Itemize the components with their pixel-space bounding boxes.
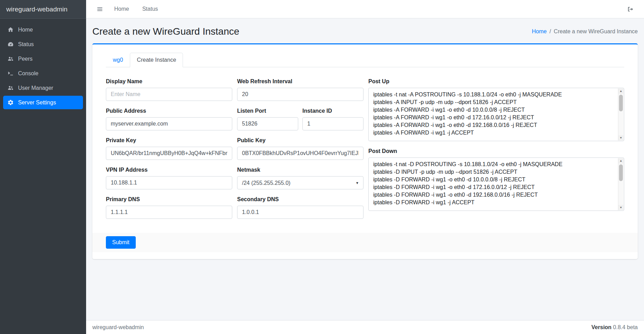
sidebar-item-user-manager[interactable]: User Manager (3, 81, 83, 95)
post-down-field: Post Down iptables -t nat -D POSTROUTING… (368, 148, 624, 211)
post-up-scrollbar[interactable]: ▲ ▼ (618, 88, 624, 140)
netmask-select[interactable]: /24 (255.255.255.0) (237, 176, 363, 189)
secondary-dns-field: Secondary DNS (237, 196, 363, 219)
tab-create-instance[interactable]: Create Instance (130, 53, 183, 67)
scrollbar-thumb[interactable] (619, 95, 623, 111)
scroll-down-arrow-icon[interactable]: ▼ (618, 135, 624, 140)
users-icon (7, 55, 14, 62)
secondary-dns-input[interactable] (237, 206, 363, 219)
form-column-left: Display Name Public Address Private Key (106, 78, 232, 226)
content-header: Create a new WireGuard Instance Home / C… (86, 18, 644, 43)
private-key-input[interactable] (106, 147, 232, 160)
post-up-field: Post Up iptables -t nat -A POSTROUTING -… (368, 78, 624, 141)
sidebar-item-label: Peers (18, 56, 33, 62)
public-address-field: Public Address (106, 108, 232, 130)
page-title: Create a new WireGuard Instance (92, 26, 239, 37)
public-key-input[interactable] (237, 147, 363, 160)
user-group-icon (7, 85, 14, 91)
gears-icon (7, 99, 14, 106)
footer-brand: wireguard-webadmin (92, 324, 144, 331)
footer-version-label: Version (592, 324, 612, 330)
sidebar-item-label: User Manager (18, 85, 53, 91)
vpn-ip-field: VPN IP Address (106, 167, 232, 189)
port-id-row: Listen Port Instance ID (237, 108, 363, 137)
primary-dns-input[interactable] (106, 206, 232, 219)
breadcrumb-separator: / (550, 28, 551, 35)
card-bottom-spacer (92, 252, 638, 259)
primary-dns-label: Primary DNS (106, 196, 232, 203)
primary-dns-field: Primary DNS (106, 196, 232, 219)
web-refresh-label: Web Refresh Interval (237, 78, 363, 85)
netmask-label: Netmask (237, 167, 363, 173)
sidebar-item-label: Home (18, 27, 33, 33)
sidebar-toggle-button[interactable] (93, 3, 107, 15)
private-key-field: Private Key (106, 137, 232, 160)
sidebar-item-status[interactable]: Status (3, 37, 83, 51)
vpn-ip-input[interactable] (106, 176, 232, 189)
scroll-down-arrow-icon[interactable]: ▼ (618, 205, 624, 210)
web-refresh-field: Web Refresh Interval (237, 78, 363, 101)
main-area: Home Status Create a new WireGuard Insta… (86, 0, 644, 334)
secondary-dns-label: Secondary DNS (237, 196, 363, 203)
sidebar-item-label: Status (18, 41, 34, 48)
scrollbar-track[interactable] (618, 94, 624, 135)
logout-button[interactable] (624, 3, 637, 15)
post-down-scrollbar[interactable]: ▲ ▼ (618, 158, 624, 210)
instance-tabs: wg0 Create Instance (106, 53, 624, 67)
public-key-label: Public Key (237, 137, 363, 144)
private-key-label: Private Key (106, 137, 232, 144)
scrollbar-track[interactable] (618, 163, 624, 205)
instance-id-input[interactable] (302, 117, 363, 130)
sidebar-item-home[interactable]: Home (3, 23, 83, 36)
sidebar: wireguard-webadmin Home Status Peers Con… (0, 0, 86, 334)
scroll-up-arrow-icon[interactable]: ▲ (618, 88, 624, 94)
brand-text: wireguard-webadmin (6, 6, 67, 13)
tachometer-icon (7, 41, 14, 48)
topnav-home-link[interactable]: Home (109, 3, 135, 15)
create-instance-card: wg0 Create Instance Display Name Public … (92, 43, 638, 259)
listen-port-input[interactable] (237, 117, 298, 130)
display-name-label: Display Name (106, 78, 232, 85)
netmask-field: Netmask /24 (255.255.255.0) ▼ (237, 167, 363, 189)
instance-id-field: Instance ID (302, 108, 363, 130)
sidebar-item-label: Console (18, 70, 39, 77)
top-navbar: Home Status (86, 0, 644, 18)
footer-version-value: 0.8.4 beta (613, 324, 638, 330)
web-refresh-input[interactable] (237, 88, 363, 101)
instance-id-label: Instance ID (302, 108, 363, 114)
terminal-icon (7, 70, 14, 77)
app-root: wireguard-webadmin Home Status Peers Con… (0, 0, 644, 334)
vpn-ip-label: VPN IP Address (106, 167, 232, 173)
form-column-right: Post Up iptables -t nat -A POSTROUTING -… (368, 78, 624, 226)
create-instance-form: Display Name Public Address Private Key (92, 67, 638, 233)
submit-button[interactable]: Submit (106, 236, 136, 249)
sidebar-item-server-settings[interactable]: Server Settings (3, 96, 83, 109)
form-column-middle: Web Refresh Interval Listen Port Instanc… (237, 78, 363, 226)
listen-port-field: Listen Port (237, 108, 298, 130)
scrollbar-thumb[interactable] (619, 164, 623, 181)
post-up-label: Post Up (368, 78, 624, 85)
display-name-input[interactable] (106, 88, 232, 101)
scroll-up-arrow-icon[interactable]: ▲ (618, 158, 624, 163)
tab-wg0[interactable]: wg0 (106, 53, 130, 67)
sidebar-menu: Home Status Peers Console User Manager S… (0, 19, 86, 114)
post-down-textarea[interactable]: iptables -t nat -D POSTROUTING -s 10.188… (369, 158, 624, 211)
post-up-textarea[interactable]: iptables -t nat -A POSTROUTING -s 10.188… (369, 88, 624, 141)
public-key-field: Public Key (237, 137, 363, 160)
home-icon (7, 26, 14, 33)
breadcrumb-home-link[interactable]: Home (532, 28, 547, 35)
listen-port-label: Listen Port (237, 108, 298, 114)
display-name-field: Display Name (106, 78, 232, 101)
public-address-input[interactable] (106, 117, 232, 130)
brand-link[interactable]: wireguard-webadmin (0, 0, 86, 19)
topnav-status-link[interactable]: Status (137, 3, 164, 15)
card-footer: Submit (92, 233, 638, 252)
sidebar-item-peers[interactable]: Peers (3, 52, 83, 66)
logout-icon (627, 6, 634, 12)
sidebar-item-label: Server Settings (18, 100, 56, 106)
sidebar-item-console[interactable]: Console (3, 67, 83, 80)
post-down-label: Post Down (368, 148, 624, 154)
hamburger-icon (97, 6, 103, 12)
page-footer: wireguard-webadmin Version 0.8.4 beta (86, 320, 644, 334)
footer-version: Version 0.8.4 beta (592, 324, 638, 331)
